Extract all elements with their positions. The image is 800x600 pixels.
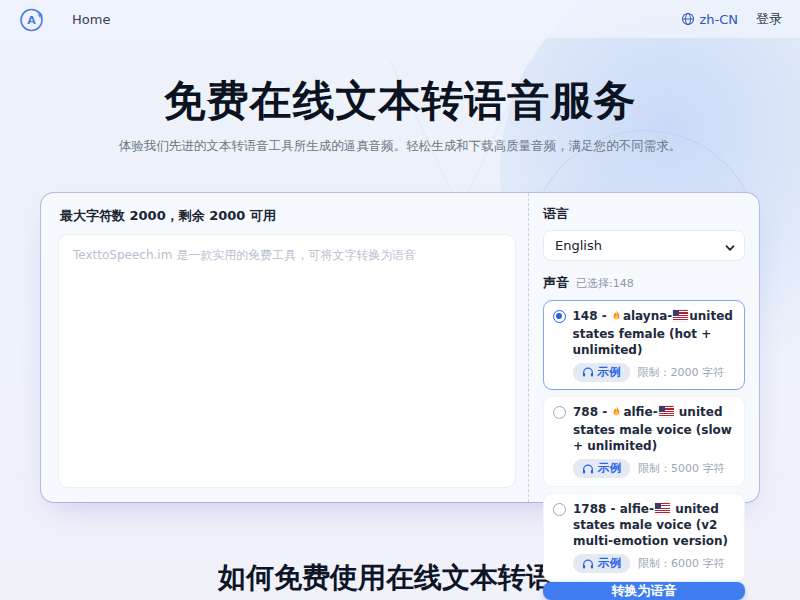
voice-option-label: 788 - alfie- united states male voice (s… xyxy=(573,404,735,454)
language-switcher[interactable]: zh-CN xyxy=(681,12,738,27)
text-editor-pane: 最大字符数 2000，剩余 2000 可用 xyxy=(41,193,528,502)
fire-icon xyxy=(611,405,622,422)
us-flag-icon xyxy=(673,310,688,321)
login-link[interactable]: 登录 xyxy=(756,10,782,28)
tts-panel: 最大字符数 2000，剩余 2000 可用 语言 English 声音 已选择:… xyxy=(40,192,760,503)
hero-section: 免费在线文本转语音服务 体验我们先进的文本转语音工具所生成的逼真音频。轻松生成和… xyxy=(0,78,800,155)
headphones-icon xyxy=(582,558,594,570)
svg-text:A: A xyxy=(27,14,36,27)
char-count-info: 最大字符数 2000，剩余 2000 可用 xyxy=(60,207,516,225)
globe-icon xyxy=(681,12,695,26)
voice-option-label: 148 - alayna-united states female (hot +… xyxy=(573,308,736,358)
voice-limit-label: 限制：2000 字符 xyxy=(638,365,725,380)
app-logo-icon[interactable]: A xyxy=(18,5,46,33)
headphones-icon xyxy=(582,463,594,475)
nav-home-link[interactable]: Home xyxy=(72,12,110,27)
voice-option-label: 1788 - alfie- united states male voice (… xyxy=(573,501,735,549)
sample-play-button[interactable]: 示例 xyxy=(573,459,630,478)
language-select[interactable]: English xyxy=(543,230,745,261)
voice-field-label: 声音 xyxy=(543,274,569,292)
top-navbar: A Home zh-CN 登录 xyxy=(0,0,800,38)
sample-label: 示例 xyxy=(598,556,621,571)
voice-option[interactable]: 148 - alayna-united states female (hot +… xyxy=(543,300,745,390)
voice-limit-label: 限制：6000 字符 xyxy=(638,556,725,571)
sample-play-button[interactable]: 示例 xyxy=(573,363,630,382)
us-flag-icon xyxy=(659,406,674,417)
voice-radio[interactable] xyxy=(553,503,566,516)
sample-play-button[interactable]: 示例 xyxy=(573,554,630,573)
voice-radio[interactable] xyxy=(553,406,566,419)
voice-selected-count: 已选择:148 xyxy=(576,276,634,291)
text-input[interactable] xyxy=(58,234,516,488)
headphones-icon xyxy=(582,366,594,378)
voice-limit-label: 限制：5000 字符 xyxy=(638,461,725,476)
voice-radio[interactable] xyxy=(553,310,566,323)
convert-button[interactable]: 转换为语音 xyxy=(543,582,745,600)
sample-label: 示例 xyxy=(598,461,621,476)
us-flag-icon xyxy=(655,503,670,514)
voice-option[interactable]: 788 - alfie- united states male voice (s… xyxy=(543,396,745,487)
voice-settings-pane: 语言 English 声音 已选择:148 148 - alayna-unite… xyxy=(528,193,759,502)
language-field-label: 语言 xyxy=(543,205,745,223)
fire-icon xyxy=(611,309,622,326)
voice-option[interactable]: 1788 - alfie- united states male voice (… xyxy=(543,493,745,582)
language-switcher-label: zh-CN xyxy=(699,12,738,27)
page-title: 免费在线文本转语音服务 xyxy=(0,78,800,124)
sample-label: 示例 xyxy=(598,365,621,380)
voice-list: 148 - alayna-united states female (hot +… xyxy=(543,300,745,582)
page-subtitle: 体验我们先进的文本转语音工具所生成的逼真音频。轻松生成和下载高质量音频，满足您的… xyxy=(0,138,800,155)
